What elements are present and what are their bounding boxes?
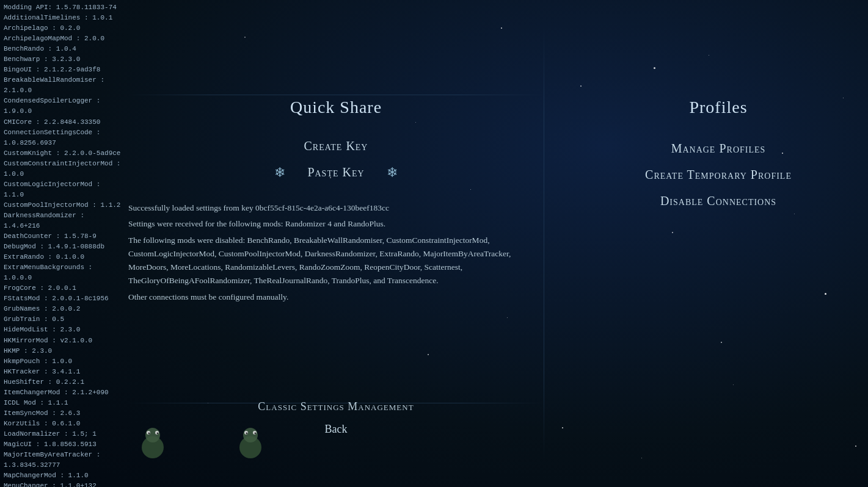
right-buttons: Manage Profiles Create Temporary Profile… — [633, 138, 804, 212]
mod-list-item: Benchwarp : 3.2.3.0 — [4, 54, 125, 65]
mod-list-item: HKMirrorMod : v2.1.0.0 — [4, 336, 125, 346]
mod-list-item: CMICore : 2.2.8484.33350 — [4, 117, 125, 128]
mod-list-item: MajorItemByAreaTracker : 1.3.8345.32777 — [4, 450, 125, 471]
snowflake-left-icon: ❄ — [274, 165, 285, 181]
mod-list-item: CustomPoolInjectorMod : 1.1.2 — [4, 200, 125, 211]
quick-share-title: Quick Share — [290, 98, 382, 117]
mod-list-item: MagicUI : 1.8.8563.5913 — [4, 439, 125, 450]
mod-list-item: FrogCore : 2.0.0.1 — [4, 283, 125, 294]
mod-list-item: KorzUtils : 0.6.1.0 — [4, 419, 125, 429]
mod-list-item: GrubNames : 2.0.0.2 — [4, 304, 125, 314]
mod-list-item: Modding API: 1.5.78.11833-74 — [4, 2, 125, 13]
mod-list-item: CustomKnight : 2.2.0.0-5ad9ce — [4, 148, 125, 159]
bottom-center: Classic Settings Management Back — [128, 400, 544, 438]
mod-list-item: ExtraMenuBackgrounds : 1.0.0.0 — [4, 262, 125, 283]
mod-list-item: HKTracker : 3.4.1.1 — [4, 367, 125, 377]
right-panel: Profiles Manage Profiles Create Temporar… — [569, 0, 868, 487]
svg-point-5 — [157, 433, 159, 435]
svg-point-1 — [145, 428, 160, 442]
mod-list-item: LoadNormalizer : 1.5; 1 — [4, 429, 125, 439]
message-line: Successfully loaded settings from key 0b… — [128, 201, 544, 215]
vertical-divider — [544, 24, 544, 463]
svg-point-10 — [246, 433, 248, 435]
mod-list-item: BenchRando : 1.0.4 — [4, 44, 125, 54]
mod-list: Modding API: 1.5.78.11833-74AdditionalTi… — [0, 0, 128, 487]
mod-list-item: GrubTrain : 0.5 — [4, 314, 125, 325]
message-line: Other connections must be configured man… — [128, 290, 544, 304]
mod-list-item: DebugMod : 1.4.9.1-0888db — [4, 242, 125, 252]
paste-key-row: ❄ Paste Key ❄ — [274, 162, 397, 183]
mod-list-item: HueShifter : 0.2.2.1 — [4, 377, 125, 388]
mod-list-item: MapChangerMod : 1.1.0 — [4, 471, 125, 481]
snowflake-right-icon: ❄ — [387, 165, 398, 181]
mod-list-item: HKMP : 2.3.0 — [4, 346, 125, 356]
manage-profiles-button[interactable]: Manage Profiles — [659, 138, 778, 159]
mod-list-item: CondensedSpoilerLogger : 1.9.0.0 — [4, 96, 125, 117]
mod-list-item: DarknessRandomizer : 1.4.6+216 — [4, 211, 125, 231]
svg-point-11 — [255, 433, 257, 435]
mod-list-item: BreakableWallRandomiser : 2.1.0.0 — [4, 75, 125, 96]
message-line: Settings were received for the following… — [128, 217, 544, 231]
mod-list-item: MenuChanger : 1.1.0+132 — [4, 481, 125, 487]
center-buttons: Create Key ❄ Paste Key ❄ — [274, 135, 397, 183]
mod-list-item: FStatsMod : 2.0.0.1-8c1956 — [4, 294, 125, 304]
message-area: Successfully loaded settings from key 0b… — [128, 201, 544, 306]
mod-list-item: AdditionalTimelines : 1.0.1 — [4, 13, 125, 23]
create-temporary-profile-button[interactable]: Create Temporary Profile — [633, 164, 804, 186]
svg-point-7 — [243, 428, 258, 442]
mod-list-item: ExtraRando : 0.1.0.0 — [4, 252, 125, 262]
create-key-button[interactable]: Create Key — [291, 135, 380, 157]
back-button[interactable]: Back — [315, 420, 357, 438]
character-left — [131, 423, 174, 475]
mod-list-item: BingoUI : 2.1.2.2-9ad3f8 — [4, 65, 125, 75]
mod-list-item: ItemSyncMod : 2.6.3 — [4, 408, 125, 419]
disable-connections-button[interactable]: Disable Connections — [648, 190, 789, 212]
character-right — [229, 423, 272, 475]
mod-list-item: ICDL Mod : 1.1.1 — [4, 398, 125, 408]
mod-list-item: ItemChangerMod : 2.1.2+090 — [4, 388, 125, 398]
classic-settings-label: Classic Settings Management — [258, 400, 414, 413]
mod-list-item: HkmpPouch : 1.0.0 — [4, 356, 125, 367]
mod-list-item: ArchipelagoMapMod : 2.0.0 — [4, 34, 125, 44]
mod-list-item: ConnectionSettingsCode : 1.0.8256.6937 — [4, 128, 125, 148]
mod-list-item: CustomConstraintInjectorMod : 1.0.0 — [4, 159, 125, 179]
mod-list-item: DeathCounter : 1.5.78-9 — [4, 231, 125, 242]
mod-list-item: Archipelago : 0.2.0 — [4, 23, 125, 34]
mod-list-item: HideModList : 2.3.0 — [4, 325, 125, 335]
paste-key-button[interactable]: Paste Key — [295, 162, 376, 183]
profiles-title: Profiles — [689, 98, 747, 117]
mod-list-item: CustomLogicInjectorMod : 1.1.0 — [4, 179, 125, 200]
svg-point-4 — [148, 433, 150, 435]
message-line: The following mods were disabled: BenchR… — [128, 234, 544, 288]
